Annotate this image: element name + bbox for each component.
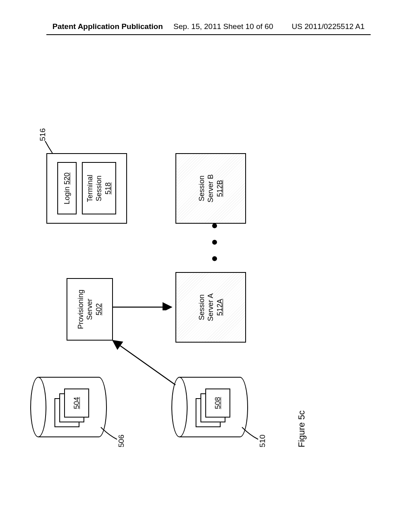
header-left: Patent Application Publication: [52, 22, 163, 31]
ref-508: 508: [214, 397, 222, 409]
header-rule: [46, 34, 371, 35]
ref-504: 504: [73, 397, 81, 409]
ref-512b: 512B: [215, 180, 225, 197]
callout-line-516: [44, 139, 56, 153]
arrow-502-to-512a: [113, 302, 175, 310]
ref-520: 520: [63, 172, 71, 185]
session-a-label: Session Server A: [197, 293, 215, 321]
client-box-516: Login 520 Terminal Session 518: [46, 153, 127, 224]
ref-518: 518: [104, 182, 113, 194]
session-b-label: Session Server B: [197, 174, 215, 202]
header-center: Sep. 15, 2011 Sheet 10 of 60: [173, 22, 273, 31]
database-cylinder-510: 508: [171, 377, 248, 437]
session-server-b-box: Session Server B 512B: [175, 153, 246, 224]
svg-line-0: [113, 341, 175, 385]
ellipsis-dots: ● ● ●: [208, 219, 221, 262]
ref-502: 502: [94, 303, 104, 315]
page-header: Patent Application Publication Sep. 15, …: [0, 22, 413, 31]
session-server-a-box: Session Server A 512A: [175, 272, 246, 343]
header-right: US 2011/0225512 A1: [292, 22, 365, 31]
figure-5c: 504 506 508 510 Provisioning Server 502 …: [6, 127, 409, 421]
ts-label: Terminal Session: [86, 175, 104, 202]
arrow-510-to-502: [111, 335, 179, 387]
provisioning-server-box: Provisioning Server 502: [67, 278, 113, 341]
callout-line-510: [240, 425, 260, 441]
login-box: Login 520: [57, 162, 77, 215]
database-cylinder-506: 504: [30, 377, 107, 437]
ref-512a: 512A: [215, 299, 225, 316]
terminal-session-box: Terminal Session 518: [82, 162, 116, 215]
login-label: Login: [63, 187, 71, 204]
provisioning-label: Provisioning Server: [76, 289, 94, 329]
callout-line-506: [99, 425, 119, 441]
figure-label: Figure 5c: [296, 410, 307, 447]
